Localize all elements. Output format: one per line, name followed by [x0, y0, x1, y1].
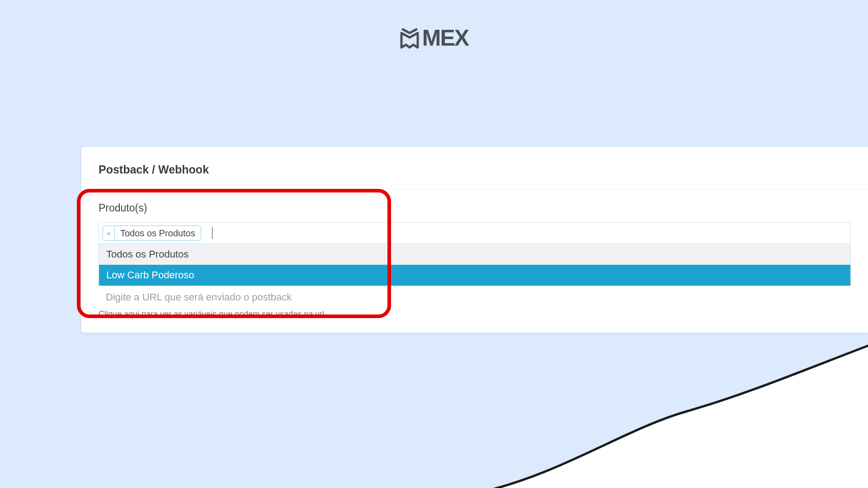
- product-dropdown: Todos os Produtos Low Carb Poderoso: [99, 244, 851, 286]
- tag-remove-button[interactable]: ×: [103, 226, 115, 240]
- card-title: Postback / Webhook: [81, 147, 868, 189]
- logo-text: MEX: [422, 25, 468, 51]
- decorative-wave-icon: [479, 321, 868, 488]
- variables-help-link[interactable]: Clique aqui para ver as variáveis que po…: [99, 310, 324, 319]
- tag-label: Todos os Produtos: [115, 226, 201, 240]
- selected-product-tag: × Todos os Produtos: [103, 225, 201, 241]
- postback-url-input[interactable]: [99, 286, 851, 305]
- postback-card: Postback / Webhook Produto(s) × Todos os…: [81, 147, 868, 333]
- product-field-label: Produto(s): [99, 202, 851, 214]
- brand-logo: MEX: [400, 25, 468, 51]
- dropdown-option-all[interactable]: Todos os Produtos: [99, 244, 850, 265]
- logo-mark-icon: [400, 27, 420, 49]
- dropdown-option-lowcarb[interactable]: Low Carb Poderoso: [99, 265, 850, 286]
- logo-area: MEX: [0, 0, 868, 51]
- product-multiselect[interactable]: × Todos os Produtos: [99, 222, 851, 244]
- text-cursor: [212, 227, 212, 239]
